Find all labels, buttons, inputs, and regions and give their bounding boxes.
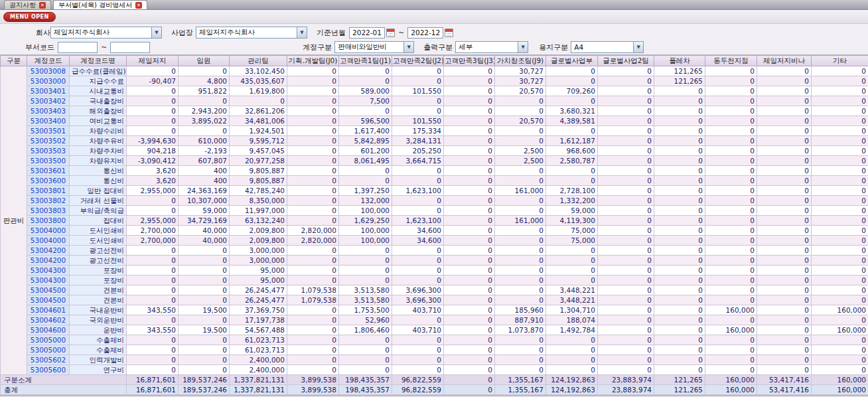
amount-cell[interactable]: 0 [705, 176, 757, 186]
amount-cell[interactable]: 0 [812, 345, 868, 355]
amount-cell[interactable]: 0 [127, 345, 179, 355]
account-name-cell[interactable]: 포장비 [70, 276, 127, 285]
amount-cell[interactable]: 0 [444, 106, 495, 116]
amount-cell[interactable]: 0 [392, 315, 444, 325]
amount-cell[interactable]: 0 [392, 66, 444, 76]
amount-cell[interactable]: 0 [179, 295, 230, 305]
account-code-cell[interactable]: 53005000 [27, 345, 70, 355]
amount-cell[interactable]: 0 [339, 176, 392, 186]
amount-cell[interactable]: 0 [287, 216, 339, 226]
amount-cell[interactable]: 95,000 [230, 266, 287, 276]
amount-cell[interactable]: 0 [444, 156, 495, 166]
amount-cell[interactable]: 0 [757, 166, 812, 176]
amount-cell[interactable]: 59,000 [179, 206, 230, 216]
amount-cell[interactable]: 0 [812, 295, 868, 305]
amount-cell[interactable]: 0 [546, 345, 598, 355]
column-header[interactable]: 계정코드 [27, 56, 70, 66]
account-name-cell[interactable]: 차량유지비 [70, 156, 127, 166]
account-name-cell[interactable]: 광고선전비 [70, 256, 127, 266]
amount-cell[interactable]: 0 [444, 66, 495, 76]
amount-cell[interactable]: 16,871,601 [127, 375, 179, 385]
amount-cell[interactable]: 0 [392, 355, 444, 365]
amount-cell[interactable]: 23,883,974 [598, 385, 654, 395]
account-name-cell[interactable]: 인력개발비 [70, 355, 127, 365]
amount-cell[interactable]: 0 [546, 256, 598, 266]
amount-cell[interactable]: 0 [705, 285, 757, 295]
amount-cell[interactable]: 1,623,100 [392, 216, 444, 226]
tab-expense-report[interactable]: 부서별(세목) 경비명세서 ✕ [53, 0, 147, 9]
amount-cell[interactable]: 1,806,460 [339, 325, 392, 335]
amount-cell[interactable]: 0 [127, 196, 179, 206]
account-code-cell[interactable]: 53003800 [27, 216, 70, 226]
amount-cell[interactable]: 0 [598, 126, 654, 136]
amount-cell[interactable]: 0 [812, 216, 868, 226]
amount-cell[interactable]: 0 [757, 216, 812, 226]
amount-cell[interactable]: 20,570 [495, 86, 546, 96]
amount-cell[interactable]: 0 [598, 96, 654, 106]
amount-cell[interactable]: 0 [654, 246, 705, 256]
amount-cell[interactable]: 0 [546, 355, 598, 365]
amount-cell[interactable]: 0 [812, 355, 868, 365]
amount-cell[interactable]: 0 [495, 106, 546, 116]
account-code-cell[interactable]: 53004500 [27, 285, 70, 295]
amount-cell[interactable]: 2,009,800 [230, 226, 287, 236]
amount-cell[interactable]: 0 [654, 335, 705, 345]
amount-cell[interactable]: 1,332,200 [546, 196, 598, 206]
amount-cell[interactable]: 0 [598, 166, 654, 176]
amount-cell[interactable]: 0 [495, 196, 546, 206]
amount-cell[interactable]: 0 [444, 256, 495, 266]
amount-cell[interactable]: 0 [287, 116, 339, 126]
amount-cell[interactable]: 37,369,750 [230, 305, 287, 315]
amount-cell[interactable]: -90,407 [127, 76, 179, 86]
amount-cell[interactable]: 400 [179, 176, 230, 186]
amount-cell[interactable]: 596,500 [339, 116, 392, 126]
amount-cell[interactable]: 0 [812, 196, 868, 206]
amount-cell[interactable]: 0 [495, 276, 546, 285]
amount-cell[interactable]: 0 [757, 86, 812, 96]
amount-cell[interactable]: 0 [705, 166, 757, 176]
amount-cell[interactable]: 8,350,000 [230, 196, 287, 206]
amount-cell[interactable]: 0 [598, 216, 654, 226]
amount-cell[interactable]: 904,218 [127, 146, 179, 156]
amount-cell[interactable]: 0 [179, 355, 230, 365]
amount-cell[interactable]: 607,807 [179, 156, 230, 166]
amount-cell[interactable]: 11,997,000 [230, 206, 287, 216]
amount-cell[interactable]: 0 [705, 216, 757, 226]
amount-cell[interactable]: 0 [654, 305, 705, 315]
amount-cell[interactable]: 0 [757, 116, 812, 126]
amount-cell[interactable]: 0 [654, 156, 705, 166]
amount-cell[interactable]: 20,570 [495, 116, 546, 126]
amount-cell[interactable]: 0 [812, 365, 868, 375]
account-code-cell[interactable]: 53004600 [27, 325, 70, 335]
amount-cell[interactable]: 0 [179, 256, 230, 266]
amount-cell[interactable]: 3,696,300 [392, 295, 444, 305]
amount-cell[interactable]: 0 [444, 335, 495, 345]
amount-cell[interactable]: 0 [812, 285, 868, 295]
amount-cell[interactable]: 0 [654, 226, 705, 236]
amount-cell[interactable]: 0 [179, 246, 230, 256]
amount-cell[interactable]: 0 [598, 256, 654, 266]
amount-cell[interactable]: 0 [598, 325, 654, 335]
account-name-cell[interactable]: 도서인쇄비 [70, 226, 127, 236]
calendar-icon[interactable] [386, 29, 395, 37]
amount-cell[interactable]: 1,304,710 [546, 305, 598, 315]
amount-cell[interactable]: 160,000 [705, 305, 757, 315]
amount-cell[interactable]: 121,265 [654, 66, 705, 76]
amount-cell[interactable]: 0 [654, 256, 705, 266]
amount-cell[interactable]: 0 [654, 365, 705, 375]
amount-cell[interactable]: 0 [444, 166, 495, 176]
amount-cell[interactable]: 0 [287, 106, 339, 116]
amount-cell[interactable]: 0 [705, 246, 757, 256]
account-code-cell[interactable]: 53003803 [27, 206, 70, 216]
amount-cell[interactable]: 0 [757, 256, 812, 266]
amount-cell[interactable]: 589,000 [339, 86, 392, 96]
amount-cell[interactable]: 0 [495, 126, 546, 136]
amount-cell[interactable]: 0 [339, 66, 392, 76]
amount-cell[interactable]: 0 [392, 176, 444, 186]
amount-cell[interactable]: 53,417,416 [757, 375, 812, 385]
amount-cell[interactable]: 0 [812, 136, 868, 146]
amount-cell[interactable]: 403,710 [392, 325, 444, 335]
amount-cell[interactable]: 0 [598, 206, 654, 216]
amount-cell[interactable]: 101,550 [392, 116, 444, 126]
amount-cell[interactable]: 17,197,738 [230, 315, 287, 325]
